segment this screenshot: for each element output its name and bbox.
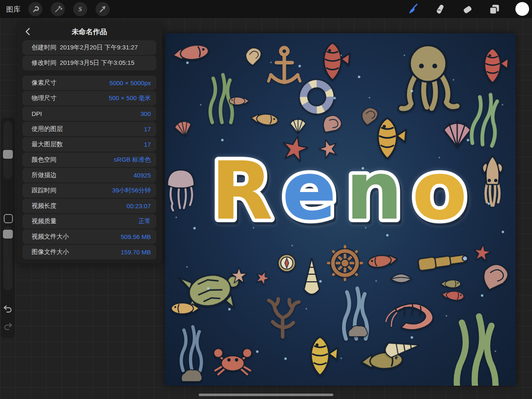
bubble (411, 90, 413, 92)
bubble (186, 266, 188, 268)
workspace-background: Reno (0, 18, 532, 399)
sidebar (1, 118, 15, 338)
gallery-button[interactable]: 图库 (6, 0, 20, 18)
reno-letter: R (211, 144, 275, 238)
home-indicator[interactable] (199, 394, 333, 396)
info-row: 修改时间2019年3月5日 下午3:05:15 (22, 56, 156, 70)
info-row: 跟踪时间39小时56分钟 (22, 183, 156, 198)
deco-conch-illustration (239, 41, 268, 70)
reno-title-art: Reno (193, 135, 488, 255)
info-label: 像素尺寸 (32, 79, 57, 87)
deco-octopus-illustration (392, 41, 465, 113)
layers-button[interactable] (488, 2, 501, 16)
deco-crab-illustration (210, 342, 256, 377)
bubble (284, 357, 287, 360)
artwork-info-panel: 未命名作品 创建时间2019年2月20日 下午9:31:27修改时间2019年3… (17, 23, 162, 264)
bubble (502, 104, 503, 106)
info-label: 跟踪时间 (32, 187, 57, 195)
layers-icon (489, 4, 500, 15)
bubble (256, 350, 259, 353)
modify-button[interactable] (4, 214, 13, 223)
deco-fish-illustration (248, 108, 281, 131)
info-row: 最大图层数17 (22, 137, 156, 152)
deco-coral-illustration (261, 294, 304, 338)
info-value: 2019年3月5日 下午3:05:15 (60, 59, 134, 67)
info-label: 视频质量 (32, 217, 57, 225)
info-row: 物理尺寸500 × 500 毫米 (22, 91, 156, 106)
bubble (305, 308, 307, 310)
reno-letter: o (412, 144, 470, 238)
svg-text:Reno: Reno (211, 144, 470, 238)
info-row: 创建时间2019年2月20日 下午9:31:27 (22, 40, 156, 55)
back-button[interactable] (23, 27, 33, 37)
bubble (200, 104, 202, 106)
smudge-tool-button[interactable] (433, 2, 447, 16)
info-value: 40925 (133, 172, 151, 179)
info-value: 17 (144, 126, 151, 133)
brush-size-handle[interactable] (3, 150, 13, 159)
panel-header: 未命名作品 (17, 23, 162, 40)
reno-letter: n (346, 144, 406, 238)
adjustments-button[interactable] (51, 2, 65, 16)
bubble (319, 280, 322, 283)
info-value: 300 (140, 110, 151, 117)
bubble (340, 357, 342, 359)
chevron-left-icon (24, 27, 33, 36)
deco-fish-illustration (439, 286, 467, 304)
info-row: 视频文件大小509.56 MB (22, 229, 156, 244)
brush-size-slider[interactable] (2, 120, 13, 180)
deco-star-illustration (253, 268, 272, 287)
info-label: 修改时间 (32, 59, 57, 67)
actions-button[interactable] (28, 2, 42, 16)
info-label: 创建时间 (32, 44, 57, 52)
smudge-finger-icon (435, 4, 446, 15)
deco-fish2-illustration (313, 40, 352, 83)
eraser-tool-button[interactable] (461, 2, 474, 16)
deco-clam-illustration (388, 268, 414, 286)
bubble (340, 54, 342, 56)
info-row: 所做描边40925 (22, 168, 156, 182)
opacity-slider[interactable] (2, 226, 13, 291)
bubble (207, 287, 209, 290)
info-row: 颜色空间sRGB 标准色 (22, 153, 156, 167)
color-swatch-button[interactable] (515, 2, 529, 16)
transform-button[interactable] (96, 2, 110, 16)
deco-weed-illustration (445, 309, 507, 386)
bubble (481, 294, 483, 297)
deco-rock-illustration (179, 367, 204, 384)
info-row: 视频长度00:23:07 (22, 199, 156, 213)
undo-icon[interactable] (2, 304, 13, 315)
info-value: 159.70 MB (121, 249, 151, 256)
info-label: 所做描边 (32, 171, 57, 179)
opacity-handle[interactable] (3, 230, 13, 239)
info-row: DPI300 (22, 106, 156, 121)
gallery-label: 图库 (6, 5, 20, 14)
canvas-artwork[interactable]: Reno (165, 33, 516, 386)
bubble (270, 62, 272, 63)
brush-tool-button[interactable] (406, 2, 420, 16)
deco-shrimp-illustration (384, 298, 440, 338)
selection-button[interactable]: S (73, 2, 87, 16)
svg-text:S: S (79, 6, 82, 12)
info-row: 图像文件大小159.70 MB (22, 245, 156, 259)
deco-fish-illustration (228, 94, 251, 108)
info-label: DPI (32, 110, 42, 117)
bubble (369, 97, 370, 99)
bubble (404, 54, 405, 56)
deco-fish2-illustration (300, 334, 340, 378)
info-value: 39小时56分钟 (112, 187, 151, 195)
reno-letter: e (282, 144, 339, 238)
info-label: 物理尺寸 (32, 94, 57, 102)
paintbrush-icon (408, 4, 419, 15)
deco-star-illustration (230, 267, 248, 284)
deco-fish-illustration (169, 37, 214, 68)
info-value: 500 × 500 毫米 (109, 94, 151, 102)
bubble (358, 76, 360, 78)
magic-wand-icon (54, 5, 62, 14)
bubble (175, 217, 177, 218)
redo-icon[interactable] (2, 321, 13, 332)
deco-spire-illustration (301, 257, 322, 298)
top-toolbar: 图库 S (0, 0, 532, 18)
deco-rock-illustration (346, 323, 369, 339)
wrench-icon (31, 5, 40, 14)
